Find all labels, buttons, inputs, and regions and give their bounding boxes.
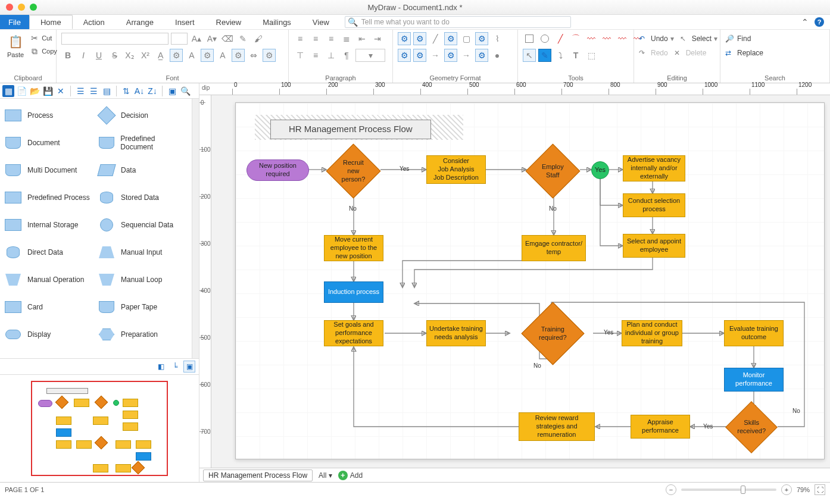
node-set-goals[interactable]: Set goals and performance expectations: [324, 320, 383, 346]
node-plan-conduct[interactable]: Plan and conduct individual or group tra…: [622, 320, 682, 346]
geom-gear-3-icon[interactable]: ⚙: [444, 49, 457, 62]
valign-top-icon[interactable]: ⊤: [294, 49, 307, 62]
sheet-add[interactable]: +Add: [338, 471, 363, 480]
node-new-position[interactable]: New position required: [246, 159, 309, 181]
shadow-icon[interactable]: ▢: [460, 32, 473, 45]
geom-gear-2-icon[interactable]: ⚙: [413, 49, 426, 62]
details-view-icon[interactable]: ☰: [88, 85, 99, 97]
pointer-tool-icon[interactable]: ↖: [523, 49, 536, 62]
canvas-viewport[interactable]: HR Management Process Flow: [211, 95, 830, 468]
zoom-thumb[interactable]: [741, 486, 745, 494]
tool-curve2-icon[interactable]: 〰: [600, 32, 613, 45]
thumb-shape-icon[interactable]: ◧: [155, 361, 167, 372]
tool-ellipse-icon[interactable]: [538, 32, 551, 45]
open-lib-icon[interactable]: 📂: [29, 85, 40, 97]
zoom-fit-button[interactable]: ⛶: [815, 484, 825, 495]
paste-button[interactable]: 📋 Paste: [5, 32, 26, 60]
font-gear-2-icon[interactable]: ⚙: [201, 49, 214, 62]
panel-search-icon[interactable]: 🔍: [179, 85, 191, 97]
shapes-scrollbar[interactable]: [192, 99, 199, 358]
font-color-icon[interactable]: A̲: [154, 49, 167, 62]
panel-toggle-icon[interactable]: ▣: [166, 85, 178, 97]
drawing-page[interactable]: HR Management Process Flow: [235, 102, 825, 459]
paragraph-select[interactable]: ▾: [355, 49, 385, 62]
node-yes-circle[interactable]: Yes: [591, 161, 609, 179]
sheet-tab-active[interactable]: HR Management Process Flow: [203, 469, 313, 481]
tool-rect-icon[interactable]: [523, 32, 536, 45]
node-move-employee[interactable]: Move current employee to the new positio…: [324, 235, 383, 261]
shape-card[interactable]: Card: [4, 295, 95, 319]
geom-gear-1-icon[interactable]: ⚙: [398, 49, 411, 62]
select-button[interactable]: ↖Select▾: [680, 32, 717, 45]
shape-display[interactable]: Display: [4, 323, 95, 346]
shape-paper-tape[interactable]: Paper Tape: [97, 295, 188, 319]
node-engage[interactable]: Emgage contractor/ temp: [522, 235, 586, 261]
shape-process[interactable]: Process: [4, 104, 95, 127]
node-skills[interactable]: Skills received?: [725, 401, 778, 453]
tab-mailings[interactable]: Mailings: [252, 15, 302, 29]
character-spacing-icon[interactable]: ⇔: [247, 49, 260, 62]
tab-insert[interactable]: Insert: [164, 15, 205, 29]
arrow-start-icon[interactable]: →: [429, 49, 442, 62]
node-undertake[interactable]: Undertake training needs analysis: [426, 320, 486, 346]
tab-home[interactable]: Home: [29, 15, 73, 29]
shape-manual-op[interactable]: Manual Operation: [4, 268, 95, 292]
chart-title[interactable]: HR Management Process Flow: [270, 120, 431, 139]
font-gear-3-icon[interactable]: ⚙: [232, 49, 245, 62]
text-effects-icon[interactable]: A: [216, 49, 229, 62]
endpoint-icon[interactable]: ●: [491, 49, 504, 62]
zoom-out-button[interactable]: −: [666, 484, 676, 495]
text-tool-icon[interactable]: T: [569, 49, 582, 62]
font-family-select[interactable]: [61, 33, 169, 45]
tool-line-icon[interactable]: ╱: [554, 32, 567, 45]
node-monitor[interactable]: Monitor performance: [724, 368, 784, 392]
decrease-font-icon[interactable]: A▾: [205, 32, 219, 45]
eyedropper-icon[interactable]: ✎: [236, 32, 249, 45]
line-gear-icon[interactable]: ⚙: [444, 32, 457, 45]
collapse-ribbon-icon[interactable]: ⌃: [801, 17, 809, 27]
zoom-slider[interactable]: [681, 489, 776, 491]
tab-view[interactable]: View: [302, 15, 340, 29]
node-advertise[interactable]: Advertise vacancy internally and/or exte…: [623, 155, 685, 181]
valign-mid-icon[interactable]: ≡: [309, 49, 322, 62]
shape-manual-input[interactable]: Manual Input: [97, 240, 188, 264]
shape-seq-data[interactable]: Sequencial Data: [97, 213, 188, 237]
align-left-icon[interactable]: ≡: [294, 32, 307, 45]
node-employ[interactable]: Employ Staff: [526, 144, 581, 199]
line-spacing-icon[interactable]: ¶: [340, 49, 353, 62]
sort-height-icon[interactable]: ⇅: [120, 85, 132, 97]
pencil-tool-icon[interactable]: ✎: [538, 49, 551, 62]
node-training-req[interactable]: Training required?: [521, 302, 584, 365]
list-view-icon[interactable]: ☰: [74, 85, 86, 97]
tab-review[interactable]: Review: [205, 15, 252, 29]
shape-manual-loop[interactable]: Manual Loop: [97, 268, 188, 292]
shadow-gear-icon[interactable]: ⚙: [475, 32, 488, 45]
sort-za-icon[interactable]: Z↓: [146, 85, 158, 97]
find-button[interactable]: 🔎Find: [725, 32, 751, 45]
tab-action[interactable]: Action: [73, 15, 116, 29]
help-icon[interactable]: ?: [815, 17, 824, 27]
zoom-in-button[interactable]: +: [781, 484, 792, 495]
line-style-icon[interactable]: ╱: [429, 32, 442, 45]
tell-me-search[interactable]: 🔍 Tell me what you want to do: [345, 16, 571, 28]
underline-icon[interactable]: U: [92, 49, 105, 62]
align-right-icon[interactable]: ≡: [324, 32, 338, 45]
bold-icon[interactable]: B: [61, 49, 74, 62]
shape-document[interactable]: Document: [4, 131, 95, 155]
shape-data[interactable]: Data: [97, 158, 188, 182]
valign-bot-icon[interactable]: ⊥: [324, 49, 338, 62]
shape-decision[interactable]: Decision: [97, 104, 188, 127]
node-evaluate[interactable]: Evaluate training outcome: [724, 320, 784, 346]
shape-internal-storage[interactable]: Internal Storage: [4, 213, 95, 237]
format-painter-icon[interactable]: 🖌: [252, 32, 265, 45]
clear-format-icon[interactable]: ⌫: [221, 32, 234, 45]
node-recruit[interactable]: Recruit new person?: [326, 144, 381, 199]
pan-tool-icon[interactable]: ⬚: [585, 49, 598, 62]
font-gear-1-icon[interactable]: ⚙: [170, 49, 183, 62]
node-induction[interactable]: Induction process: [324, 281, 383, 303]
indent-left-icon[interactable]: ⇤: [355, 32, 369, 45]
shape-multi-doc[interactable]: Multi Document: [4, 158, 95, 182]
replace-button[interactable]: ⇄Replace: [725, 46, 763, 60]
shape-stored-data[interactable]: Stored Data: [97, 186, 188, 209]
indent-right-icon[interactable]: ⇥: [371, 32, 384, 45]
